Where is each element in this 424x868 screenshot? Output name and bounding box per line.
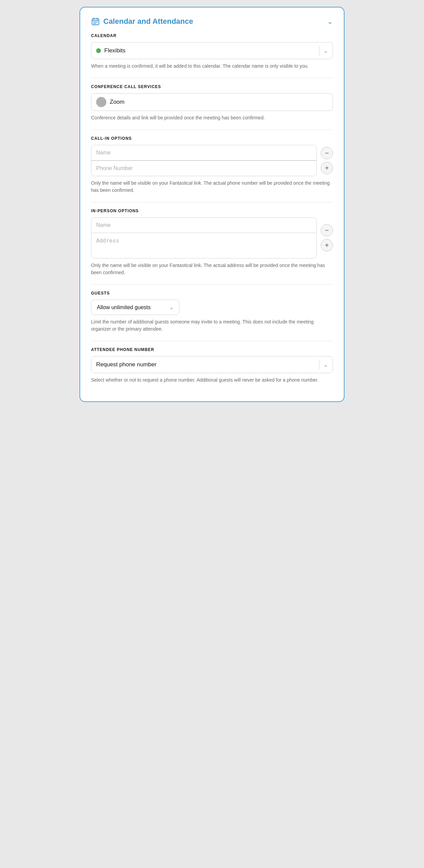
calendar-attendance-card: Calendar and Attendance ⌄ CALENDAR Flexi…: [80, 7, 344, 402]
in-person-address-input[interactable]: [91, 233, 316, 257]
divider-2: [91, 130, 333, 130]
conference-status-dot: [96, 97, 106, 107]
call-in-action-buttons: − +: [321, 145, 333, 176]
calendar-icon: [91, 17, 100, 26]
svg-rect-4: [93, 21, 94, 22]
calendar-selected-value: Flexibits: [104, 47, 315, 54]
in-person-action-buttons: − +: [321, 217, 333, 259]
conference-select-inner: Zoom: [96, 97, 328, 107]
call-in-section: CALL-IN OPTIONS − + Only the name will b…: [91, 136, 333, 194]
call-in-add-button[interactable]: +: [321, 162, 333, 174]
attendee-phone-section: ATTENDEE PHONE NUMBER Request phone numb…: [91, 347, 333, 384]
calendar-select-inner: Flexibits: [96, 47, 315, 54]
call-in-inputs: [91, 145, 317, 176]
attendee-phone-selected-value: Request phone number: [96, 361, 315, 368]
calendar-section: CALENDAR Flexibits ⌄ When a meeting is c…: [91, 33, 333, 70]
guests-select[interactable]: Allow unlimited guests ⌄: [91, 300, 179, 315]
in-person-section-label: IN-PERSON OPTIONS: [91, 208, 333, 213]
call-in-remove-button[interactable]: −: [321, 147, 333, 159]
call-in-hint: Only the name will be visible on your Fa…: [91, 180, 333, 194]
conference-section: CONFERENCE CALL SERVICES Zoom Conference…: [91, 84, 333, 121]
conference-hint: Conference details and link will be prov…: [91, 114, 333, 121]
calendar-section-label: CALENDAR: [91, 33, 333, 38]
guests-hint: Limit the number of additional guests so…: [91, 318, 333, 333]
card-header: Calendar and Attendance ⌄: [91, 17, 333, 26]
attendee-phone-select-inner: Request phone number: [96, 361, 315, 368]
attendee-phone-chevron-icon[interactable]: ⌄: [323, 362, 328, 368]
divider-3: [91, 202, 333, 202]
select-divider: [319, 46, 320, 55]
divider-5: [91, 341, 333, 341]
divider-1: [91, 78, 333, 78]
conference-select[interactable]: Zoom: [91, 93, 333, 111]
attendee-phone-section-label: ATTENDEE PHONE NUMBER: [91, 347, 333, 352]
calendar-hint: When a meeting is confirmed, it will be …: [91, 63, 333, 70]
call-in-name-input[interactable]: [91, 145, 316, 160]
guests-chevron-icon: ⌄: [169, 304, 174, 311]
svg-rect-7: [93, 23, 94, 24]
call-in-section-label: CALL-IN OPTIONS: [91, 136, 333, 141]
call-in-group: − +: [91, 145, 333, 176]
guests-selected-value: Allow unlimited guests: [97, 304, 169, 311]
conference-selected-value: Zoom: [110, 99, 328, 105]
in-person-group: − +: [91, 217, 333, 259]
svg-rect-6: [96, 21, 98, 22]
attendee-phone-select[interactable]: Request phone number ⌄: [91, 356, 333, 373]
in-person-remove-button[interactable]: −: [321, 224, 333, 236]
calendar-chevron-icon[interactable]: ⌄: [323, 48, 328, 54]
card-title: Calendar and Attendance: [91, 17, 193, 26]
attendee-phone-hint: Select whether or not to request a phone…: [91, 377, 333, 384]
select-divider-2: [319, 360, 320, 369]
calendar-select[interactable]: Flexibits ⌄: [91, 42, 333, 59]
guests-section-label: GUESTS: [91, 291, 333, 296]
card-title-text: Calendar and Attendance: [103, 17, 193, 26]
in-person-inputs: [91, 217, 317, 259]
guests-section: GUESTS Allow unlimited guests ⌄ Limit th…: [91, 291, 333, 333]
svg-rect-8: [95, 23, 96, 24]
in-person-name-input[interactable]: [91, 218, 316, 233]
divider-4: [91, 284, 333, 285]
in-person-add-button[interactable]: +: [321, 239, 333, 251]
collapse-icon[interactable]: ⌄: [327, 17, 333, 26]
in-person-hint: Only the name will be visible on your Fa…: [91, 262, 333, 276]
calendar-status-dot: [96, 48, 101, 53]
conference-section-label: CONFERENCE CALL SERVICES: [91, 84, 333, 89]
call-in-phone-input[interactable]: [91, 161, 316, 176]
in-person-section: IN-PERSON OPTIONS − + Only the name will…: [91, 208, 333, 277]
svg-rect-5: [95, 21, 96, 22]
